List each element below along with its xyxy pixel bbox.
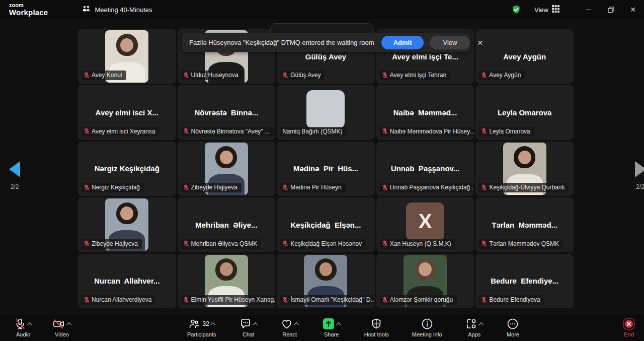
react-button[interactable]: React	[281, 315, 299, 341]
mic-muted-icon	[382, 72, 388, 79]
share-button[interactable]: Share	[322, 315, 341, 341]
participant-count: 32	[203, 320, 209, 327]
meeting-main-area: Tamam Mancanova is talking... Fazilə Hüs…	[0, 19, 644, 315]
participant-name-label: Namiq Bağırlı (QSMK)	[280, 127, 346, 137]
participant-avatar: X	[406, 202, 444, 241]
close-window-button[interactable]: ✕	[622, 0, 644, 19]
participant-tile[interactable]: Keşikçidağ Elşən...Keşikçidağ Elşən Həsə…	[277, 197, 375, 252]
participant-tile[interactable]: Avey AygünAvey Aygün	[475, 29, 574, 84]
apps-button[interactable]: Apps	[465, 315, 484, 341]
mic-muted-icon	[84, 184, 90, 191]
chevron-up-icon[interactable]	[27, 322, 32, 327]
chevron-up-icon[interactable]	[66, 322, 71, 327]
chevron-up-icon[interactable]	[294, 322, 299, 327]
participant-name-label: Leyla Omarova	[478, 127, 534, 137]
participant-tile[interactable]: Zibeyde Hajiyeva	[178, 142, 276, 196]
participant-name-text: Növrəstə Binnətova "Avey" ...	[191, 128, 270, 135]
audio-button[interactable]: Audio	[14, 315, 32, 341]
chevron-up-icon[interactable]	[253, 322, 258, 327]
end-button[interactable]: End	[622, 315, 636, 341]
security-shield-icon[interactable]	[511, 5, 521, 15]
chevron-up-icon[interactable]	[336, 322, 341, 327]
participant-name-label: Zibeyde Hajiyeva	[181, 183, 242, 192]
participant-name-label: Keşikçidağ-Ülviyyə Qurbanlı	[478, 183, 569, 192]
mic-muted-icon	[282, 240, 288, 247]
gallery-grid-icon	[552, 5, 559, 14]
participant-name-text: Xan Huseyn (Q.S.M.K)	[390, 240, 451, 247]
mic-muted-icon	[183, 297, 189, 303]
participant-grid: Avey KonulUlduz HuseynovaGülüş AveyGülüş…	[78, 29, 574, 308]
restore-button[interactable]	[600, 0, 622, 19]
video-person-face	[220, 151, 233, 164]
meeting-info-button[interactable]: Meeting info	[412, 315, 442, 341]
next-page-button[interactable]: 2/2	[635, 161, 644, 190]
participant-tile[interactable]: Unnab Paşşanov...Unnab Paşşanova Keşikçi…	[376, 142, 474, 196]
banner-close-icon[interactable]: ✕	[477, 39, 483, 47]
participant-tile[interactable]: Leyla OmarovaLeyla Omarova	[475, 85, 574, 140]
toolbar-right-group: End	[622, 315, 636, 341]
participant-tile[interactable]: Növrəstə Binnə...Növrəstə Binnətova "Ave…	[178, 85, 276, 140]
participant-tile[interactable]: Namiq Bağırlı (QSMK)	[277, 85, 375, 140]
participant-name-text: Nurcan Allahverdiyeva	[92, 296, 151, 303]
video-button[interactable]: Video	[52, 315, 71, 341]
participant-tile[interactable]: Mehriban Əliye...Mehriban Əliyeva QSMK	[178, 197, 276, 252]
participant-name-label: Keşikçidağ Elşən Həsənov	[280, 239, 366, 249]
participant-avatar	[306, 90, 345, 128]
host-tools-button[interactable]: Host tools	[364, 315, 389, 341]
participants-icon	[188, 318, 200, 330]
participant-name-label: Xan Huseyn (Q.S.M.K)	[379, 239, 455, 249]
mic-off-icon	[14, 318, 26, 330]
participant-tile[interactable]: Naibə Məmməd...Naibə Məmmədova Pir Hüsey…	[376, 85, 474, 140]
participant-tile[interactable]: İsmayıl Omarlı "Keşikçidağ" D...	[277, 254, 375, 308]
page-indicator-left: 2/2	[9, 183, 20, 190]
meeting-info-label: Meeting info	[412, 331, 442, 337]
participant-name-text: Zibeyde Hajiyeva	[92, 240, 138, 247]
banner-view-button[interactable]: View	[430, 36, 470, 49]
logo-workplace-text: Workplace	[9, 9, 48, 17]
participant-tile[interactable]: Aləmzər Şəmkir qoruğu	[376, 254, 474, 308]
participant-name-text: İsmayıl Omarlı "Keşikçidağ" D...	[290, 296, 374, 303]
participant-tile[interactable]: Tərlan Məmməd...Tərlan Məmmədov QSMK	[475, 197, 574, 252]
participant-tile[interactable]: Bedure Efendiye...Bedure Efendiyeva	[475, 254, 574, 308]
mic-muted-icon	[183, 184, 189, 191]
end-icon	[622, 317, 636, 331]
participant-tile[interactable]: Mədinə Pir Hüs...Mədinə Pir Hüseyn	[277, 142, 375, 196]
participants-label: Participants	[187, 331, 216, 337]
chevron-up-icon[interactable]	[478, 322, 484, 327]
end-label: End	[624, 331, 634, 337]
view-label: View	[534, 6, 548, 14]
participant-name-label: Unnab Paşşanova Keşikçidağ ...	[379, 183, 474, 192]
participant-name-text: Avey elmi işçi Tehran	[390, 72, 446, 79]
participant-tile[interactable]: Nurcan Allahver...Nurcan Allahverdiyeva	[78, 254, 176, 308]
view-button[interactable]: View	[534, 5, 559, 14]
meeting-tab[interactable]: Meeting 40-Minutes	[77, 2, 157, 17]
participant-name-label: Mehriban Əliyeva QSMK	[181, 239, 262, 249]
participant-name-label: Mədinə Pir Hüseyn	[280, 183, 345, 192]
participant-name-text: Ulduz Huseynova	[191, 72, 238, 79]
participant-name-text: Bedure Efendiyeva	[489, 296, 540, 303]
participant-tile[interactable]: Keşikçidağ-Ülviyyə Qurbanlı	[475, 142, 574, 196]
participant-tile[interactable]: Elmin Yusifli Pir Hüseyn Xanəg...	[178, 254, 276, 308]
more-icon	[507, 318, 519, 330]
participant-name-text: Keşikçidağ Elşən Həsənov	[290, 240, 362, 247]
participant-name-label: Aləmzər Şəmkir qoruğu	[379, 295, 457, 305]
toolbar-center-group: 32ParticipantsChatReactShareHost toolsMe…	[187, 315, 519, 341]
meeting-info-icon	[421, 318, 433, 330]
react-icon	[281, 318, 293, 330]
chevron-up-icon[interactable]	[210, 322, 215, 327]
mic-muted-icon	[84, 72, 90, 79]
participant-tile[interactable]: Avey Konul	[78, 29, 176, 84]
prev-page-button[interactable]: 2/2	[9, 161, 20, 190]
minimize-button[interactable]: ─	[578, 0, 600, 19]
participant-tile[interactable]: Zibeyde Hajiyeva	[78, 197, 176, 252]
chat-button[interactable]: Chat	[239, 315, 258, 341]
participant-tile[interactable]: Avey elmi isci X...Avey elmi isci Xeyran…	[78, 85, 176, 140]
admit-button[interactable]: Admit	[381, 36, 424, 49]
participants-button[interactable]: 32Participants	[187, 315, 216, 341]
video-person-face	[419, 262, 432, 276]
mic-muted-icon	[282, 184, 288, 191]
more-button[interactable]: More	[507, 315, 519, 341]
participant-tile[interactable]: XXan Huseyn (Q.S.M.K)	[376, 197, 474, 252]
participant-name-text: Zibeyde Hajiyeva	[191, 184, 237, 191]
participant-tile[interactable]: Nərgiz KeşikçidağNərgiz Keşikçidağ	[78, 142, 176, 196]
